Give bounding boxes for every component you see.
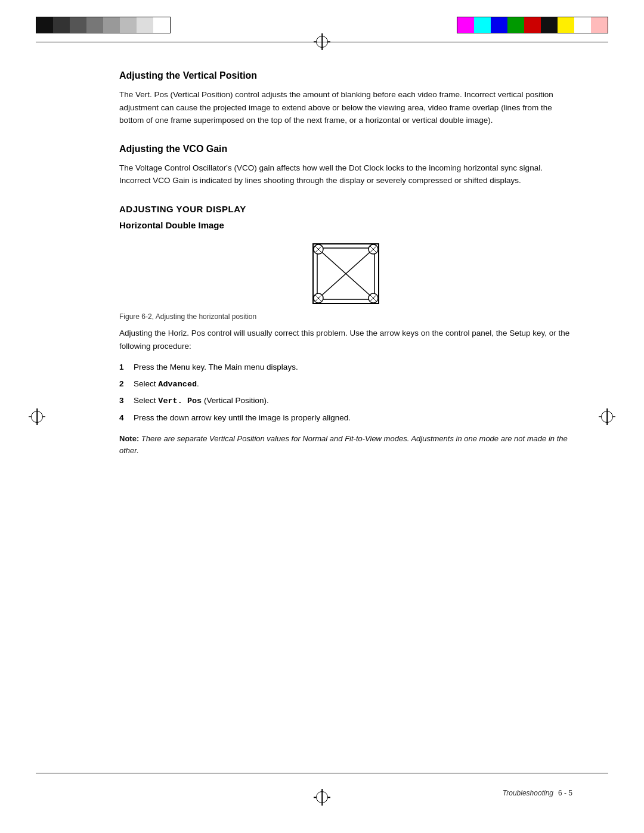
vco-gain-title: Adjusting the VCO Gain [119, 144, 572, 154]
steps-list: 1 Press the Menu key. The Main menu disp… [119, 361, 572, 424]
swatch-3 [70, 17, 86, 33]
vco-gain-body: The Voltage Control Oscillator's (VCO) g… [119, 162, 572, 187]
swatch-1 [36, 17, 53, 33]
note-bold: Note: [119, 434, 139, 443]
swatch-2 [53, 17, 70, 33]
color-swatch-black [541, 17, 558, 33]
step-1-num: 1 [119, 361, 134, 374]
swatch-6 [120, 17, 137, 33]
right-crosshair [599, 408, 615, 425]
step-2-text: Select Advanced. [134, 377, 572, 391]
note-text: Note: There are separate Vertical Positi… [119, 433, 572, 458]
left-crosshair [29, 408, 45, 425]
page: Adjusting the Vertical Position The Vert… [0, 0, 644, 833]
step-3: 3 Select Vert. Pos (Vertical Position). [119, 394, 572, 408]
main-content: Adjusting the Vertical Position The Vert… [119, 54, 572, 767]
step-3-num: 3 [119, 394, 134, 407]
step-3-text: Select Vert. Pos (Vertical Position). [134, 394, 572, 408]
color-swatch-pink [591, 17, 608, 33]
vertical-position-title: Adjusting the Vertical Position [119, 70, 572, 81]
top-color-bars [0, 17, 644, 33]
color-swatch-magenta [457, 17, 474, 33]
step-1: 1 Press the Menu key. The Main menu disp… [119, 361, 572, 374]
step-2-num: 2 [119, 377, 134, 391]
vertical-position-body: The Vert. Pos (Vertical Position) contro… [119, 88, 572, 127]
adjusting-display-title: ADJUSTING YOUR DISPLAY [119, 204, 572, 214]
step-4-text: Press the down arrow key until the image… [134, 411, 572, 425]
swatch-7 [137, 17, 153, 33]
step-2-bold: Advanced [158, 380, 197, 389]
horizontal-double-image-diagram [310, 241, 382, 306]
step-2: 2 Select Advanced. [119, 377, 572, 391]
color-swatch-cyan [474, 17, 491, 33]
color-bars [457, 17, 608, 33]
bottom-crosshair [314, 789, 330, 806]
horizontal-double-image-title: Horizontal Double Image [119, 220, 572, 230]
color-swatch-blue [491, 17, 507, 33]
step-3-bold: Vert. Pos [158, 397, 202, 405]
step-4: 4 Press the down arrow key until the ima… [119, 411, 572, 425]
swatch-8 [153, 17, 170, 33]
footer-chapter: Troubleshooting [503, 789, 553, 797]
figure-caption: Figure 6-2, Adjusting the horizontal pos… [119, 312, 572, 321]
step-1-text: Press the Menu key. The Main menu displa… [134, 361, 572, 374]
color-swatch-green [507, 17, 524, 33]
swatch-4 [86, 17, 103, 33]
color-swatch-red [524, 17, 541, 33]
body-after-figure: Adjusting the Horiz. Pos control will us… [119, 327, 572, 352]
footer: Troubleshooting 6 - 5 [119, 789, 572, 797]
color-swatch-white [574, 17, 591, 33]
figure-container [119, 241, 572, 309]
footer-page: 6 - 5 [558, 789, 572, 797]
swatch-5 [103, 17, 120, 33]
grayscale-bars [36, 17, 171, 33]
color-swatch-yellow [558, 17, 574, 33]
step-4-num: 4 [119, 411, 134, 425]
bottom-rule [36, 773, 608, 773]
top-rule [36, 42, 608, 42]
